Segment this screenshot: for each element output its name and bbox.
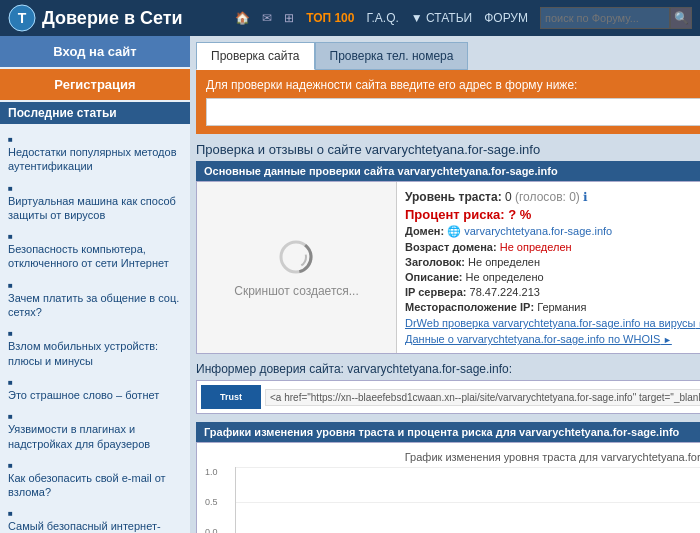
tab-check-site[interactable]: Проверка сайта: [196, 42, 315, 70]
domain-value: varvarychtetyana.for-sage.info: [464, 225, 612, 237]
check-input-row: ПРОВЕРКА САЙТА: [206, 98, 700, 126]
chart-inner-title: График изменения уровня траста для varva…: [205, 451, 700, 463]
domain-icon: 🌐: [447, 225, 464, 237]
title-value: Не определен: [468, 256, 540, 268]
register-button[interactable]: Регистрация: [0, 69, 190, 100]
chart-plot-area: [235, 467, 700, 533]
chart-y-axis: 1.0 0.5 0.0: [205, 467, 235, 533]
home-icon[interactable]: 🏠: [235, 11, 250, 25]
location-value: Германия: [537, 301, 586, 313]
nav-top100[interactable]: ТОП 100: [306, 11, 354, 25]
sidebar-article-link[interactable]: Как обезопасить свой e-mail от взлома?: [8, 471, 182, 500]
sidebar: Вход на сайт Регистрация Последние стать…: [0, 36, 190, 533]
check-form: Для проверки надежности сайта введите ег…: [196, 70, 700, 134]
svg-text:Т: Т: [18, 10, 27, 26]
header: Т Доверие в Сети 🏠 ✉ ⊞ ТОП 100 Г.А.Q. ▼ …: [0, 0, 700, 36]
header-search: 🔍: [540, 7, 692, 29]
sidebar-article-link[interactable]: Недостатки популярных методов аутентифик…: [8, 145, 182, 174]
search-button[interactable]: 🔍: [670, 7, 692, 29]
sidebar-article-link[interactable]: Зачем платить за общение в соц. сетях?: [8, 291, 182, 320]
header-nav: 🏠 ✉ ⊞ ТОП 100 Г.А.Q. ▼ СТАТЬИ ФОРУМ 🔍: [235, 7, 692, 29]
chart-area: График изменения уровня траста для varva…: [196, 442, 700, 533]
trust-info-icon: ℹ: [583, 190, 588, 204]
screenshot-area: Скриншот создается...: [197, 182, 397, 353]
loading-spinner-icon: [276, 237, 316, 277]
sidebar-article-link[interactable]: Виртуальная машина как способ защиты от …: [8, 194, 182, 223]
informer-logo-text: Trust: [220, 392, 242, 402]
age-row: Возраст домена: Не определен: [405, 241, 700, 253]
ip-label: IP сервера:: [405, 286, 466, 298]
sidebar-article-item: Как обезопасить свой e-mail от взлома?: [0, 454, 190, 503]
sidebar-article-link[interactable]: Самый безопасный интернет-браузер?: [8, 519, 182, 533]
informer-logo: Trust: [201, 385, 261, 409]
informer-code[interactable]: <a href="https://xn--blaeefebsd1cwaan.xn…: [265, 389, 700, 406]
virus-check-link[interactable]: DrWeb проверка varvarychtetyana.for-sage…: [405, 317, 700, 329]
search-input[interactable]: [540, 7, 670, 29]
screenshot-text: Скриншот создается...: [234, 284, 359, 298]
informer-label: Информер доверия сайта: varvarychtetyana…: [196, 362, 700, 376]
sidebar-article-item: Самый безопасный интернет-браузер?: [0, 502, 190, 533]
chart-y-label-mid: 0.5: [205, 497, 231, 507]
site-details: ? Уровень траста: 0 (голосов: 0) ℹ Проце…: [397, 182, 700, 353]
main-content: Проверка сайта Проверка тел. номера Для …: [190, 36, 700, 533]
check-form-prompt: Для проверки надежности сайта введите ег…: [206, 78, 700, 92]
description-label: Описание:: [405, 271, 463, 283]
trust-level-value: 0: [505, 190, 512, 204]
chart-y-label-bot: 0.0: [205, 527, 231, 533]
description-row: Описание: Не определено: [405, 271, 700, 283]
site-info: Проверка и отзывы о сайте varvarychtetya…: [196, 142, 700, 354]
age-label: Возраст домена:: [405, 241, 497, 253]
percent-risk-row: Процент риска: ? %: [405, 207, 700, 222]
screenshot-placeholder: Скриншот создается...: [234, 237, 359, 298]
chart-svg: [236, 467, 700, 533]
sidebar-articles: Недостатки популярных методов аутентифик…: [0, 124, 190, 533]
tab-bar: Проверка сайта Проверка тел. номера: [196, 42, 700, 70]
mail-icon[interactable]: ✉: [262, 11, 272, 25]
percent-risk-label: Процент риска:: [405, 207, 505, 222]
domain-row: Домен: 🌐 varvarychtetyana.for-sage.info: [405, 225, 700, 238]
sidebar-article-link[interactable]: Это страшное слово – ботнет: [8, 388, 182, 402]
whois-link[interactable]: Данные о varvarychtetyana.for-sage.info …: [405, 333, 700, 345]
nav-faq[interactable]: Г.А.Q.: [366, 11, 398, 25]
sidebar-article-item: Уязвимости в плагинах и надстройках для …: [0, 405, 190, 454]
tab-check-phone[interactable]: Проверка тел. номера: [315, 42, 469, 70]
site-data-panel: Скриншот создается... ? Уровень траста: …: [196, 181, 700, 354]
sidebar-article-link[interactable]: Уязвимости в плагинах и надстройках для …: [8, 422, 182, 451]
title-label: Заголовок:: [405, 256, 465, 268]
trust-level-label: Уровень траста:: [405, 190, 502, 204]
site-info-header: Проверка и отзывы о сайте varvarychtetya…: [196, 142, 700, 157]
grid-icon[interactable]: ⊞: [284, 11, 294, 25]
chart-header: Графики изменения уровня траста и процен…: [196, 422, 700, 442]
logo: Т Доверие в Сети: [8, 4, 183, 32]
chart-body: 1.0 0.5 0.0: [205, 467, 700, 533]
svg-point-4: [286, 247, 306, 267]
chart-section: Графики изменения уровня траста и процен…: [196, 422, 700, 533]
informer-section: Информер доверия сайта: varvarychtetyana…: [196, 362, 700, 414]
site-data-section-title: Основные данные проверки сайта varvarych…: [196, 161, 700, 181]
sidebar-recent-title: Последние статьи: [0, 102, 190, 124]
domain-label: Домен:: [405, 225, 444, 237]
site-url-input[interactable]: [206, 98, 700, 126]
location-label: Месторасположение IP:: [405, 301, 534, 313]
nav-forum[interactable]: ФОРУМ: [484, 11, 528, 25]
age-value: Не определен: [500, 241, 572, 253]
sidebar-article-link[interactable]: Безопасность компьютера, отключенного от…: [8, 242, 182, 271]
location-row: Месторасположение IP: Германия: [405, 301, 700, 313]
ip-value: 78.47.224.213: [470, 286, 540, 298]
informer-box: Trust <a href="https://xn--blaeefebsd1cw…: [196, 380, 700, 414]
sidebar-article-link[interactable]: Взлом мобильных устройств: плюсы и минус…: [8, 339, 182, 368]
logo-icon: Т: [8, 4, 36, 32]
site-title: Доверие в Сети: [42, 8, 183, 29]
sidebar-article-item: Виртуальная машина как способ защиты от …: [0, 177, 190, 226]
title-row: Заголовок: Не определен: [405, 256, 700, 268]
trust-votes: (голосов: 0): [515, 190, 580, 204]
percent-risk-value: ? %: [508, 207, 531, 222]
description-value: Не определено: [466, 271, 544, 283]
nav-articles[interactable]: ▼ СТАТЬИ: [411, 11, 472, 25]
chart-y-label-top: 1.0: [205, 467, 231, 477]
layout: Вход на сайт Регистрация Последние стать…: [0, 36, 700, 533]
sidebar-article-item: Взлом мобильных устройств: плюсы и минус…: [0, 322, 190, 371]
sidebar-article-item: Безопасность компьютера, отключенного от…: [0, 225, 190, 274]
login-button[interactable]: Вход на сайт: [0, 36, 190, 67]
sidebar-article-item: Зачем платить за общение в соц. сетях?: [0, 274, 190, 323]
